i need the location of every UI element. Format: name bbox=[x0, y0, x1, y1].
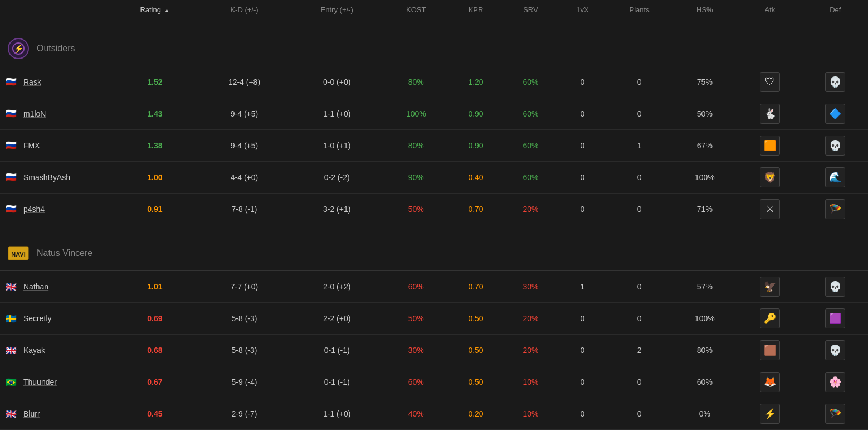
hs-value: 75% bbox=[697, 78, 713, 86]
player-name[interactable]: Secretly bbox=[23, 314, 52, 323]
kpr-cell: 0.50 bbox=[448, 335, 503, 366]
kd-value: 12-4 (+8) bbox=[228, 78, 260, 86]
onevx-value: 0 bbox=[581, 78, 585, 86]
kpr-cell: 0.40 bbox=[448, 161, 503, 193]
player-name[interactable]: SmashByAsh bbox=[23, 173, 70, 182]
player-name[interactable]: FMX bbox=[23, 141, 40, 150]
player-name[interactable]: Nathan bbox=[23, 282, 48, 291]
def-cell: 🟪 bbox=[803, 303, 868, 335]
player-name[interactable]: Thuunder bbox=[23, 378, 57, 386]
onevx-value: 0 bbox=[581, 378, 585, 386]
kd-value: 4-4 (+0) bbox=[231, 173, 258, 182]
srv-cell: 20% bbox=[503, 193, 558, 225]
kd-value: 5-8 (-3) bbox=[232, 314, 257, 323]
atk-cell: 🦊 bbox=[737, 366, 802, 398]
hs-value: 80% bbox=[697, 346, 713, 355]
kost-value: 100% bbox=[406, 109, 426, 118]
plants-cell: 1 bbox=[607, 129, 672, 161]
kd-value: 2-9 (-7) bbox=[232, 409, 257, 418]
player-name-cell: 🇷🇺 SmashByAsh bbox=[6, 172, 107, 182]
entry-cell: 1-0 (+1) bbox=[290, 129, 383, 161]
srv-cell: 60% bbox=[503, 98, 558, 129]
kpr-value: 0.50 bbox=[468, 378, 483, 386]
player-flag: 🇷🇺 bbox=[6, 172, 19, 182]
kost-value: 60% bbox=[408, 378, 424, 386]
col-hs: HS% bbox=[672, 0, 737, 20]
player-cell: 🇬🇧 Kayak bbox=[0, 335, 111, 366]
atk-agent-icon: 🦅 bbox=[760, 277, 780, 297]
hs-cell: 80% bbox=[672, 335, 737, 366]
def-agent-icon: 🟪 bbox=[825, 308, 845, 328]
player-flag: 🇬🇧 bbox=[6, 282, 19, 292]
kd-cell: 7-8 (-1) bbox=[198, 193, 290, 225]
player-name-cell: 🇬🇧 Nathan bbox=[6, 282, 107, 292]
def-agent-icon: 💀 bbox=[825, 72, 845, 92]
kost-value: 50% bbox=[408, 314, 424, 323]
rating-value: 0.67 bbox=[147, 378, 162, 386]
player-flag: 🇷🇺 bbox=[6, 76, 19, 87]
def-cell: 🔷 bbox=[803, 98, 868, 129]
player-name-cell: 🇬🇧 Blurr bbox=[6, 409, 107, 419]
srv-cell: 10% bbox=[503, 398, 558, 430]
atk-cell: 🛡 bbox=[737, 66, 802, 98]
player-name[interactable]: Kayak bbox=[23, 346, 45, 355]
svg-text:⚡: ⚡ bbox=[14, 44, 24, 54]
entry-cell: 0-2 (-2) bbox=[290, 161, 383, 193]
srv-value: 60% bbox=[523, 78, 538, 86]
kd-cell: 5-8 (-3) bbox=[198, 303, 290, 335]
kost-cell: 50% bbox=[383, 303, 448, 335]
plants-value: 0 bbox=[637, 378, 642, 386]
kd-cell: 5-9 (-4) bbox=[198, 366, 290, 398]
kd-cell: 5-8 (-3) bbox=[198, 335, 290, 366]
entry-value: 2-0 (+2) bbox=[323, 282, 350, 291]
def-agent-icon: 💀 bbox=[825, 277, 845, 297]
onevx-value: 0 bbox=[581, 141, 585, 150]
plants-cell: 2 bbox=[607, 335, 672, 366]
player-cell: 🇷🇺 SmashByAsh bbox=[0, 161, 111, 193]
player-cell: 🇧🇷 Thuunder bbox=[0, 366, 111, 398]
entry-cell: 0-1 (-1) bbox=[290, 335, 383, 366]
hs-cell: 100% bbox=[672, 161, 737, 193]
col-kd: K-D (+/-) bbox=[198, 0, 290, 20]
player-name[interactable]: Blurr bbox=[23, 409, 40, 418]
kpr-value: 0.40 bbox=[468, 173, 483, 182]
def-cell: 💀 bbox=[803, 335, 868, 366]
player-name[interactable]: p4sh4 bbox=[23, 205, 45, 214]
plants-cell: 0 bbox=[607, 193, 672, 225]
player-name[interactable]: m1loN bbox=[23, 109, 46, 118]
outsiders-logo-svg: ⚡ bbox=[7, 37, 30, 60]
player-name[interactable]: Rask bbox=[23, 78, 41, 86]
col-rating: Rating ▲ bbox=[111, 0, 198, 20]
def-cell: 💀 bbox=[803, 129, 868, 161]
onevx-cell: 0 bbox=[558, 161, 607, 193]
table-row: 🇷🇺 FMX 1.38 9-4 (+5) 1-0 (+1) 80% 0.90 6… bbox=[0, 129, 868, 161]
def-cell: 💀 bbox=[803, 66, 868, 98]
kpr-value: 1.20 bbox=[468, 78, 483, 86]
onevx-cell: 0 bbox=[558, 98, 607, 129]
onevx-value: 0 bbox=[581, 109, 585, 118]
col-plants: Plants bbox=[607, 0, 672, 20]
def-agent-icon: 🔷 bbox=[825, 104, 845, 124]
player-name-cell: 🇷🇺 FMX bbox=[6, 140, 107, 151]
kost-cell: 100% bbox=[383, 98, 448, 129]
atk-agent-icon: 🛡 bbox=[760, 72, 780, 92]
onevx-value: 1 bbox=[581, 282, 585, 291]
player-flag: 🇷🇺 bbox=[6, 108, 19, 119]
atk-agent-icon: 🔑 bbox=[760, 308, 780, 328]
hs-value: 50% bbox=[697, 109, 713, 118]
col-1vx: 1vX bbox=[558, 0, 607, 20]
hs-cell: 50% bbox=[672, 98, 737, 129]
hs-value: 60% bbox=[697, 378, 713, 386]
srv-cell: 20% bbox=[503, 335, 558, 366]
entry-value: 1-1 (+0) bbox=[323, 109, 350, 118]
kpr-value: 0.50 bbox=[468, 346, 483, 355]
entry-cell: 0-0 (+0) bbox=[290, 66, 383, 98]
rating-cell: 0.69 bbox=[111, 303, 198, 335]
kpr-cell: 0.90 bbox=[448, 98, 503, 129]
onevx-value: 0 bbox=[581, 409, 585, 418]
rating-value: 0.91 bbox=[147, 205, 162, 214]
kost-cell: 80% bbox=[383, 66, 448, 98]
plants-value: 0 bbox=[637, 282, 642, 291]
hs-cell: 71% bbox=[672, 193, 737, 225]
onevx-cell: 0 bbox=[558, 66, 607, 98]
